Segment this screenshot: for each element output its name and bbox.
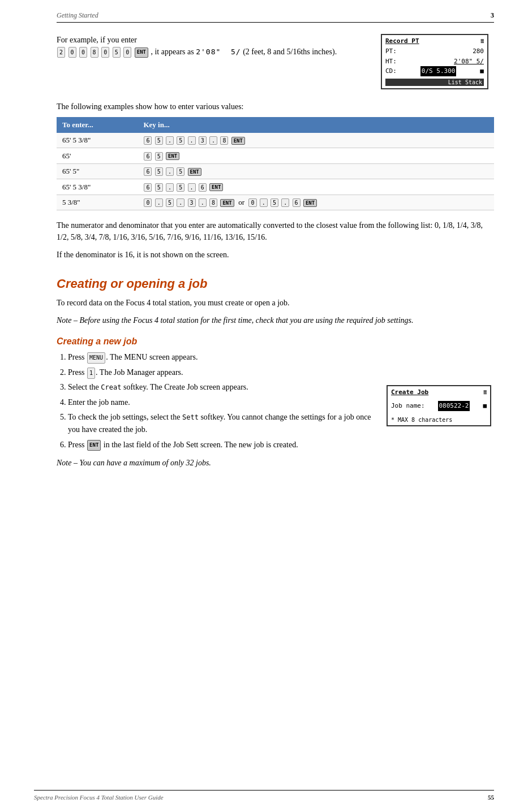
key-5f: 5 bbox=[155, 183, 163, 192]
max-chars-note: * MAX 8 characters bbox=[391, 417, 487, 423]
step-6: Press ENT in the last field of the Job S… bbox=[68, 439, 375, 451]
key-3a: 3 bbox=[199, 136, 207, 145]
steps-area: Press MENU. The MENU screen appears. Pre… bbox=[57, 351, 494, 476]
key-3b: 3 bbox=[188, 198, 196, 207]
header-page: 3 bbox=[491, 11, 494, 20]
examples-intro: The following examples show how to enter… bbox=[57, 101, 494, 113]
softkey-sett: Sett bbox=[182, 413, 199, 421]
step-3: Select the Creat softkey. The Create Job… bbox=[68, 381, 375, 394]
table-row: 65' 5" 6 5 . 5 ENT bbox=[57, 163, 494, 179]
intro-section: For example, if you enter 2 0 0 8 0 5 0 … bbox=[57, 34, 494, 89]
steps-note: Note – You can have a maximum of only 32… bbox=[57, 457, 375, 469]
key-ent-intro: ENT bbox=[135, 47, 148, 58]
table-cell-value: 65' 5" bbox=[57, 163, 138, 179]
key-6d: 6 bbox=[144, 183, 152, 192]
key-dot3: . bbox=[209, 136, 217, 145]
key-6b: 6 bbox=[144, 152, 152, 161]
section-para: To record data on the Focus 4 total stat… bbox=[57, 297, 494, 309]
step-2: Press 1. The Job Manager appears. bbox=[68, 366, 375, 379]
intro-paragraph: For example, if you enter 2 0 0 8 0 5 0 … bbox=[57, 34, 370, 58]
key-dot1: . bbox=[166, 136, 174, 145]
key-8a: 8 bbox=[220, 136, 228, 145]
key-ent-step6: ENT bbox=[87, 440, 101, 450]
page-container: Getting Started 3 For example, if you en… bbox=[0, 0, 528, 812]
intro-text: For example, if you enter 2 0 0 8 0 5 0 … bbox=[57, 34, 370, 89]
table-cell-keys: 6 5 . 5 . 3 . 8 ENT bbox=[138, 133, 494, 148]
key-dot8: . bbox=[177, 198, 184, 207]
key-dot6: . bbox=[188, 183, 196, 192]
table-cell-keys: 6 5 . 5 ENT bbox=[138, 163, 494, 179]
screen-pt-line: PT: 280 bbox=[385, 46, 484, 57]
key-5e: 5 bbox=[177, 167, 184, 176]
screen-footer: List Stack bbox=[385, 79, 484, 86]
table-cell-keys: 0 . 5 . 3 . 8 ENT or 0 . 5 . 6 bbox=[138, 195, 494, 210]
key-0b: 0 bbox=[79, 47, 87, 58]
table-row: 65' 5 3/8" 6 5 . 5 . 3 . 8 ENT bbox=[57, 133, 494, 148]
table-row: 65' 6 5 ENT bbox=[57, 148, 494, 164]
key-6e: 6 bbox=[199, 183, 207, 192]
table-cell-value: 65' bbox=[57, 148, 138, 164]
screen-ht-line: HT: 2'08" 5/ bbox=[385, 57, 484, 67]
examples-section: The following examples show how to enter… bbox=[57, 101, 494, 211]
step-4: Enter the job name. bbox=[68, 396, 375, 409]
sub-heading: Creating a new job bbox=[57, 336, 494, 347]
key-ent-r4: ENT bbox=[209, 183, 223, 191]
key-ent-r3: ENT bbox=[188, 168, 201, 176]
footer-brand: Spectra Precision Focus 4 Total Station … bbox=[34, 794, 164, 801]
create-job-screen: Create Job ■ Job name: 080522-2 ■ * MAX … bbox=[387, 385, 494, 476]
screen-title: Record PT ■ bbox=[385, 37, 484, 45]
key-5b: 5 bbox=[177, 136, 184, 145]
step-5: To check the job settings, select the Se… bbox=[68, 411, 375, 437]
key-5i: 5 bbox=[271, 198, 278, 207]
key-8b: 8 bbox=[209, 198, 217, 207]
section-note: Note – Before using the Focus 4 total st… bbox=[57, 314, 494, 326]
col-key-in: Key in... bbox=[138, 117, 494, 133]
key-5a: 5 bbox=[155, 136, 163, 145]
table-row: 65' 5 3/8" 6 5 . 5 . 6 ENT bbox=[57, 179, 494, 195]
body-text-1: The numerator and denominator that you e… bbox=[57, 219, 494, 243]
screen-cd-line: CD: 0/S 5.300 ■ bbox=[385, 66, 484, 76]
steps-text: Press MENU. The MENU screen appears. Pre… bbox=[57, 351, 375, 476]
key-0c: 0 bbox=[101, 47, 109, 58]
key-dot4: . bbox=[166, 167, 174, 176]
create-job-device: Create Job ■ Job name: 080522-2 ■ * MAX … bbox=[387, 385, 491, 426]
display-result: 2'08" 5/ bbox=[196, 47, 241, 56]
create-job-name-line: Job name: 080522-2 ■ bbox=[391, 401, 487, 411]
table-cell-value: 65' 5 3/8" bbox=[57, 133, 138, 148]
key-0f: 0 bbox=[248, 198, 256, 207]
table-cell-keys: 6 5 ENT bbox=[138, 148, 494, 164]
section-heading: Creating or opening a job bbox=[57, 277, 494, 291]
record-pt-screen: Record PT ■ PT: 280 HT: 2'08" 5/ CD: 0/S… bbox=[381, 34, 494, 89]
page-header: Getting Started 3 bbox=[57, 11, 494, 23]
key-dot5: . bbox=[166, 183, 174, 192]
key-ent-r5b: ENT bbox=[303, 199, 317, 207]
key-5g: 5 bbox=[177, 183, 184, 192]
page-footer: Spectra Precision Focus 4 Total Station … bbox=[34, 790, 494, 801]
key-8: 8 bbox=[91, 47, 98, 58]
key-0a: 0 bbox=[68, 47, 76, 58]
key-dot11: . bbox=[281, 198, 289, 207]
key-1: 1 bbox=[87, 368, 95, 379]
table-header-row: To enter... Key in... bbox=[57, 117, 494, 133]
key-dot10: . bbox=[260, 198, 268, 207]
footer-page: 55 bbox=[488, 794, 494, 801]
steps-list: Press MENU. The MENU screen appears. Pre… bbox=[68, 351, 375, 451]
header-title: Getting Started bbox=[57, 11, 491, 20]
create-job-title: Create Job ■ bbox=[391, 388, 487, 396]
key-ent-r1: ENT bbox=[231, 137, 245, 145]
body-text-2: If the denominator is 16, it is not show… bbox=[57, 249, 494, 261]
key-5: 5 bbox=[113, 47, 121, 58]
step-1: Press MENU. The MENU screen appears. bbox=[68, 351, 375, 364]
key-ent-r2: ENT bbox=[166, 152, 179, 160]
key-0e: 0 bbox=[144, 198, 152, 207]
key-2: 2 bbox=[57, 47, 65, 58]
key-5d: 5 bbox=[155, 167, 163, 176]
table-row: 5 3/8" 0 . 5 . 3 . 8 ENT or 0 . 5 bbox=[57, 195, 494, 210]
values-table: To enter... Key in... 65' 5 3/8" 6 5 . 5… bbox=[57, 117, 494, 211]
softkey-creat: Creat bbox=[101, 383, 121, 391]
key-ent-r5a: ENT bbox=[220, 199, 234, 207]
key-dot7: . bbox=[155, 198, 163, 207]
table-cell-value: 65' 5 3/8" bbox=[57, 179, 138, 195]
table-cell-keys: 6 5 . 5 . 6 ENT bbox=[138, 179, 494, 195]
col-to-enter: To enter... bbox=[57, 117, 138, 133]
